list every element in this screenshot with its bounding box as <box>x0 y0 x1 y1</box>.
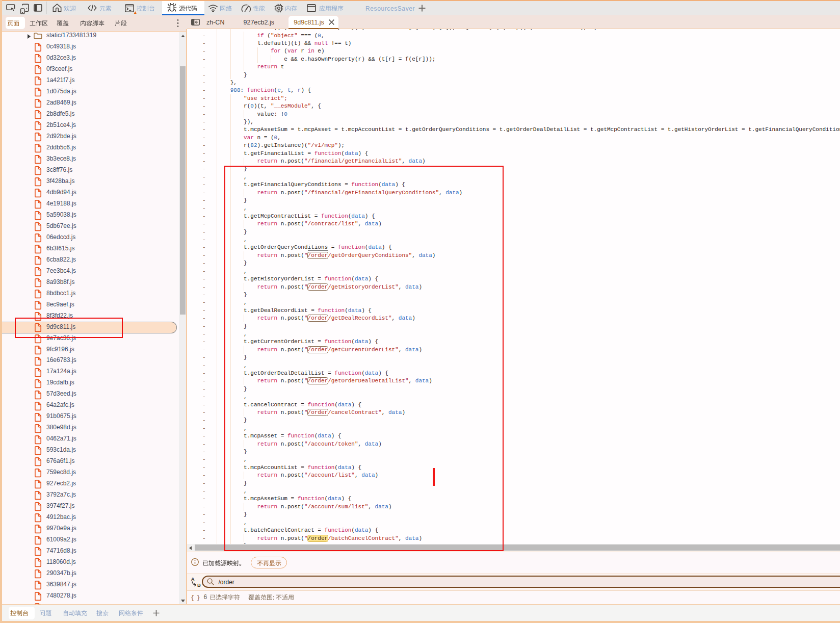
svg-text:B: B <box>197 582 201 587</box>
svg-text:A: A <box>191 576 194 582</box>
